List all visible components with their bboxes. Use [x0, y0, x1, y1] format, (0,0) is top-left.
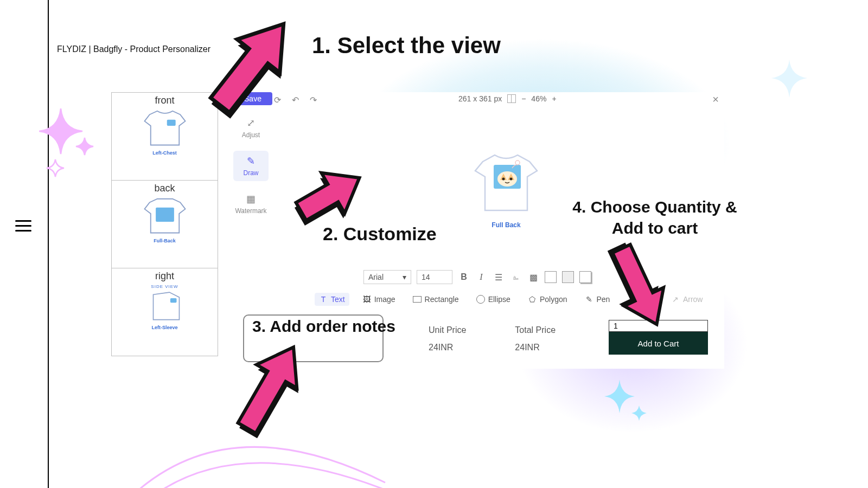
bold-icon[interactable]: B	[458, 272, 470, 282]
svg-point-6	[510, 178, 513, 181]
insert-label: Rectangle	[425, 295, 459, 304]
tool-label: Watermark	[235, 207, 266, 215]
total-price-block: Total Price 24INR	[515, 325, 556, 352]
tool-draw[interactable]: ✎Draw	[233, 151, 269, 181]
view-label: right	[155, 271, 174, 282]
sparkle-icon	[770, 60, 808, 103]
close-icon[interactable]: ×	[712, 93, 719, 106]
zoom-out-icon[interactable]: −	[521, 94, 526, 103]
ellipse-icon	[476, 295, 485, 304]
callout-arrow-icon	[217, 336, 320, 447]
insert-rectangle[interactable]: Rectangle	[409, 293, 463, 306]
insert-label: Text	[331, 295, 345, 304]
svg-point-4	[497, 171, 517, 187]
view-sublabel: Left-Sleeve	[151, 325, 177, 330]
insert-ellipse[interactable]: Ellipse	[472, 293, 515, 306]
sparkle-icon	[601, 380, 650, 434]
add-to-cart-button[interactable]: Add to Cart	[609, 332, 708, 355]
insert-label: Arrow	[683, 295, 703, 304]
vertical-divider	[48, 0, 49, 488]
svg-rect-2	[170, 298, 176, 303]
product-preview: Full Back	[468, 152, 544, 229]
callout-arrow-icon	[194, 7, 303, 133]
pattern-icon[interactable]: ▩	[527, 272, 539, 282]
tshirt-front-icon	[138, 108, 192, 149]
text-icon: T	[319, 295, 328, 304]
font-family-select[interactable]: Arial▾	[363, 270, 411, 284]
polygon-icon: ⬠	[528, 295, 537, 304]
view-sublabel: Left-Chest	[152, 150, 177, 156]
italic-icon[interactable]: I	[475, 272, 487, 282]
callout-order-notes: 3. Add order notes	[252, 317, 395, 336]
view-sublabel: Full-Back	[154, 238, 176, 243]
pencil-icon: ✎	[233, 155, 269, 167]
tshirt-back-icon	[138, 196, 192, 237]
unit-price-block: Unit Price 24INR	[429, 325, 466, 352]
vertical-text-icon[interactable]: ⎁	[510, 272, 522, 282]
insert-text[interactable]: TText	[315, 293, 349, 306]
insert-label: Image	[374, 295, 395, 304]
menu-hamburger-icon[interactable]	[15, 217, 31, 235]
canvas-dimensions: 261 x 361 px	[458, 94, 502, 103]
insert-image[interactable]: 🖼Image	[358, 293, 400, 306]
svg-rect-0	[167, 120, 175, 126]
image-icon: 🖼	[362, 295, 371, 304]
view-option-back[interactable]: back Full-Back	[112, 181, 218, 268]
zoom-in-icon[interactable]: +	[552, 94, 556, 103]
sparkle-icon	[39, 108, 99, 179]
zoom-level: 46%	[531, 94, 546, 103]
unit-price-value: 24INR	[429, 343, 466, 352]
callout-customize: 2. Customize	[323, 223, 437, 245]
border-icon[interactable]	[545, 271, 557, 283]
tool-label: Draw	[243, 169, 258, 177]
insert-label: Polygon	[540, 295, 567, 304]
pen-icon: ✎	[585, 295, 593, 304]
page-title: FLYDIZ | Badgfly - Product Personalizer	[57, 44, 210, 54]
unit-price-label: Unit Price	[429, 325, 466, 335]
price-area: Unit Price 24INR Total Price 24INR	[429, 325, 556, 352]
chevron-down-icon: ▾	[403, 273, 406, 281]
image-icon: ▦	[233, 193, 269, 205]
rectangle-icon	[413, 295, 422, 304]
insert-label: Ellipse	[488, 295, 510, 304]
preview-tshirt-icon	[471, 152, 541, 217]
callout-select-view: 1. Select the view	[312, 33, 501, 59]
align-icon[interactable]: ☰	[493, 272, 505, 282]
font-name: Arial	[368, 273, 384, 281]
callout-arrow-icon	[594, 234, 681, 334]
redo-icon[interactable]: ↷	[310, 95, 317, 105]
view-option-right[interactable]: right SIDE VIEW Left-Sleeve	[112, 268, 218, 356]
total-price-label: Total Price	[515, 325, 556, 335]
font-size-input[interactable]: 14	[417, 270, 452, 284]
view-caption: SIDE VIEW	[151, 284, 178, 289]
tool-watermark[interactable]: ▦Watermark	[233, 189, 269, 219]
preview-caption: Full Back	[468, 221, 544, 229]
text-format-toolbar: Arial▾ 14 B I ☰ ⎁ ▩	[363, 270, 591, 284]
svg-rect-1	[156, 208, 174, 222]
aspect-icon[interactable]	[507, 94, 516, 103]
view-label: front	[155, 95, 174, 106]
shadow-icon[interactable]	[579, 271, 591, 283]
total-price-value: 24INR	[515, 343, 556, 352]
callout-add-to-cart: 4. Choose Quantity &Add to cart	[565, 196, 744, 239]
svg-point-5	[502, 178, 505, 181]
fill-icon[interactable]	[562, 271, 574, 283]
tshirt-side-icon	[141, 290, 189, 324]
canvas-info: 261 x 361 px − 46% +	[458, 94, 557, 103]
insert-polygon[interactable]: ⬠Polygon	[524, 293, 572, 306]
view-label: back	[154, 183, 175, 194]
